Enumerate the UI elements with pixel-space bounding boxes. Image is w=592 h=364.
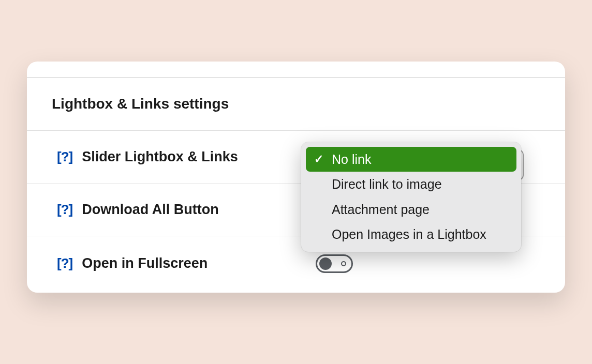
- toggle-dot-icon: [341, 261, 346, 266]
- row-label-download-all: Download All Button: [82, 202, 218, 218]
- dropdown-option-no-link[interactable]: No link: [306, 147, 516, 172]
- toggle-knob-icon: [319, 257, 332, 270]
- help-icon[interactable]: [?]: [57, 255, 72, 271]
- help-icon[interactable]: [?]: [57, 149, 72, 165]
- dropdown-option-direct-link[interactable]: Direct link to image: [306, 172, 516, 197]
- label-group: [?] Slider Lightbox & Links: [27, 149, 280, 165]
- row-slider-lightbox: [?] Slider Lightbox & Links No link Dire…: [27, 131, 565, 184]
- label-group: [?] Download All Button: [27, 202, 280, 218]
- help-icon[interactable]: [?]: [57, 202, 72, 218]
- label-group: [?] Open in Fullscreen: [27, 255, 280, 271]
- dropdown-option-open-lightbox[interactable]: Open Images in a Lightbox: [306, 222, 516, 247]
- row-label-fullscreen: Open in Fullscreen: [82, 255, 208, 271]
- control-area: [280, 254, 565, 273]
- section-header: Lightbox & Links settings: [27, 78, 565, 131]
- row-label-slider-lightbox: Slider Lightbox & Links: [82, 149, 238, 165]
- section-title: Lightbox & Links settings: [52, 96, 565, 112]
- toggle-fullscreen[interactable]: [316, 254, 353, 273]
- dropdown-option-attachment-page[interactable]: Attachment page: [306, 197, 516, 222]
- settings-panel: Lightbox & Links settings [?] Slider Lig…: [27, 62, 565, 293]
- dropdown-menu: No link Direct link to image Attachment …: [301, 142, 521, 252]
